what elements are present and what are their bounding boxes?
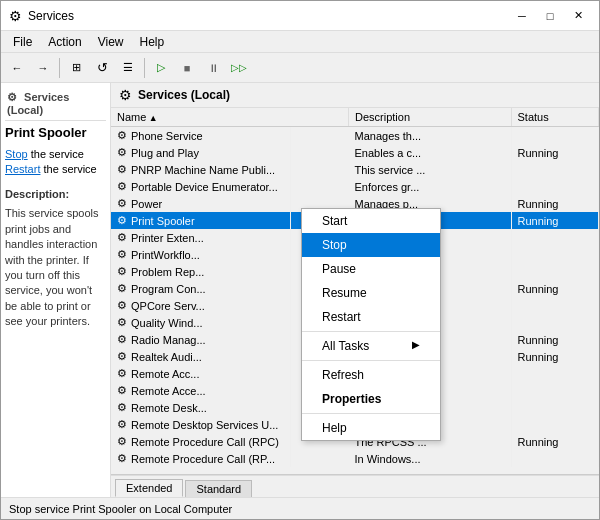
- service-name: Program Con...: [131, 283, 206, 295]
- cell-status: [511, 365, 599, 382]
- service-name: Phone Service: [131, 130, 203, 142]
- tab-standard[interactable]: Standard: [185, 480, 252, 497]
- toolbar-btn-pause[interactable]: ⏸: [201, 56, 225, 80]
- description-heading: Description:: [5, 187, 106, 202]
- main-area: ⚙ Services (Local) Print Spooler Stop th…: [1, 83, 599, 497]
- service-name: Quality Wind...: [131, 317, 203, 329]
- title-controls: ─ □ ✕: [509, 6, 591, 26]
- cell-name: ⚙Remote Acc...: [111, 365, 291, 382]
- close-button[interactable]: ✕: [565, 6, 591, 26]
- service-icon: ⚙: [117, 367, 127, 380]
- service-name: Print Spooler: [131, 215, 195, 227]
- cell-name: ⚙Print Spooler: [111, 212, 291, 229]
- forward-button[interactable]: →: [31, 56, 55, 80]
- toolbar-btn-refresh[interactable]: ↺: [90, 56, 114, 80]
- table-row[interactable]: ⚙Remote Procedure Call (RP...In Windows.…: [111, 450, 599, 467]
- stop-label-suffix: the service: [31, 148, 84, 160]
- cell-status: [511, 161, 599, 178]
- restart-link[interactable]: Restart: [5, 163, 40, 175]
- col-status[interactable]: Status: [511, 108, 599, 127]
- service-name: Remote Procedure Call (RP...: [131, 453, 275, 465]
- toolbar-btn-stop[interactable]: ■: [175, 56, 199, 80]
- cell-status: [511, 399, 599, 416]
- toolbar-btn-grid[interactable]: ⊞: [64, 56, 88, 80]
- service-icon: ⚙: [117, 248, 127, 261]
- cell-description: This service ...: [349, 161, 512, 178]
- toolbar-sep-1: [59, 58, 60, 78]
- description-text: This service spools print jobs and handl…: [5, 207, 99, 327]
- cell-name: ⚙Remote Desktop Services U...: [111, 416, 291, 433]
- service-name: Plug and Play: [131, 147, 199, 159]
- cell-status: Running: [511, 348, 599, 365]
- toolbar-btn-start[interactable]: ▷: [149, 56, 173, 80]
- context-stop[interactable]: Stop: [302, 233, 440, 257]
- toolbar-btn-props[interactable]: ☰: [116, 56, 140, 80]
- cell-name: ⚙Remote Desk...: [111, 399, 291, 416]
- cell-description: In Windows...: [349, 450, 512, 467]
- cell-status: Running: [511, 331, 599, 348]
- content-area: ⚙ Services (Local) Name Description Stat…: [111, 83, 599, 497]
- col-description[interactable]: Description: [349, 108, 512, 127]
- service-icon: ⚙: [117, 197, 127, 210]
- context-sep-2: [302, 360, 440, 361]
- menu-action[interactable]: Action: [40, 33, 89, 51]
- cell-status: [511, 297, 599, 314]
- service-icon: ⚙: [117, 129, 127, 142]
- service-name: Radio Manag...: [131, 334, 206, 346]
- toolbar: ← → ⊞ ↺ ☰ ▷ ■ ⏸ ▷▷: [1, 53, 599, 83]
- service-icon: ⚙: [117, 418, 127, 431]
- context-start[interactable]: Start: [302, 209, 440, 233]
- context-restart[interactable]: Restart: [302, 305, 440, 329]
- cell-status: Running: [511, 280, 599, 297]
- table-row[interactable]: ⚙Phone ServiceManages th...: [111, 127, 599, 145]
- service-icon: ⚙: [117, 333, 127, 346]
- col-name[interactable]: Name: [111, 108, 349, 127]
- service-name: Printer Exten...: [131, 232, 204, 244]
- table-row[interactable]: ⚙PNRP Machine Name Publi...This service …: [111, 161, 599, 178]
- context-pause[interactable]: Pause: [302, 257, 440, 281]
- service-name: Power: [131, 198, 162, 210]
- table-row[interactable]: ⚙Portable Device Enumerator...Enforces g…: [111, 178, 599, 195]
- cell-name: ⚙Program Con...: [111, 280, 291, 297]
- menu-file[interactable]: File: [5, 33, 40, 51]
- toolbar-btn-restart[interactable]: ▷▷: [227, 56, 251, 80]
- context-sep-3: [302, 413, 440, 414]
- menu-view[interactable]: View: [90, 33, 132, 51]
- context-refresh[interactable]: Refresh: [302, 363, 440, 387]
- cell-name: ⚙Realtek Audi...: [111, 348, 291, 365]
- stop-link[interactable]: Stop: [5, 148, 28, 160]
- menu-bar: File Action View Help: [1, 31, 599, 53]
- cell-name: ⚙Remote Procedure Call (RPC): [111, 433, 291, 450]
- context-properties[interactable]: Properties: [302, 387, 440, 411]
- cell-description: Enforces gr...: [349, 178, 512, 195]
- maximize-button[interactable]: □: [537, 6, 563, 26]
- restart-label-suffix: the service: [44, 163, 97, 175]
- title-bar-left: ⚙ Services: [9, 8, 74, 24]
- table-row[interactable]: ⚙Plug and PlayEnables a c...Running: [111, 144, 599, 161]
- minimize-button[interactable]: ─: [509, 6, 535, 26]
- toolbar-sep-2: [144, 58, 145, 78]
- service-description: Description: This service spools print j…: [5, 187, 106, 330]
- service-name: Portable Device Enumerator...: [131, 181, 278, 193]
- context-menu: Start Stop Pause Resume Restart All Task…: [301, 208, 441, 441]
- cell-status: Running: [511, 195, 599, 212]
- context-resume[interactable]: Resume: [302, 281, 440, 305]
- tabs-bar: Extended Standard: [111, 475, 599, 497]
- service-icon: ⚙: [117, 435, 127, 448]
- cell-name: ⚙Remote Procedure Call (RP...: [111, 450, 291, 467]
- cell-status: [511, 263, 599, 280]
- service-name: Remote Acce...: [131, 385, 206, 397]
- cell-status: Running: [511, 433, 599, 450]
- back-button[interactable]: ←: [5, 56, 29, 80]
- sidebar-header-icon: ⚙: [7, 91, 17, 103]
- service-name: PrintWorkflo...: [131, 249, 200, 261]
- title-bar: ⚙ Services ─ □ ✕: [1, 1, 599, 31]
- service-icon: ⚙: [117, 265, 127, 278]
- tab-extended[interactable]: Extended: [115, 479, 183, 497]
- cell-name: ⚙Remote Acce...: [111, 382, 291, 399]
- context-all-tasks[interactable]: All Tasks: [302, 334, 440, 358]
- cell-status: [511, 246, 599, 263]
- cell-name: ⚙Radio Manag...: [111, 331, 291, 348]
- context-help[interactable]: Help: [302, 416, 440, 440]
- menu-help[interactable]: Help: [132, 33, 173, 51]
